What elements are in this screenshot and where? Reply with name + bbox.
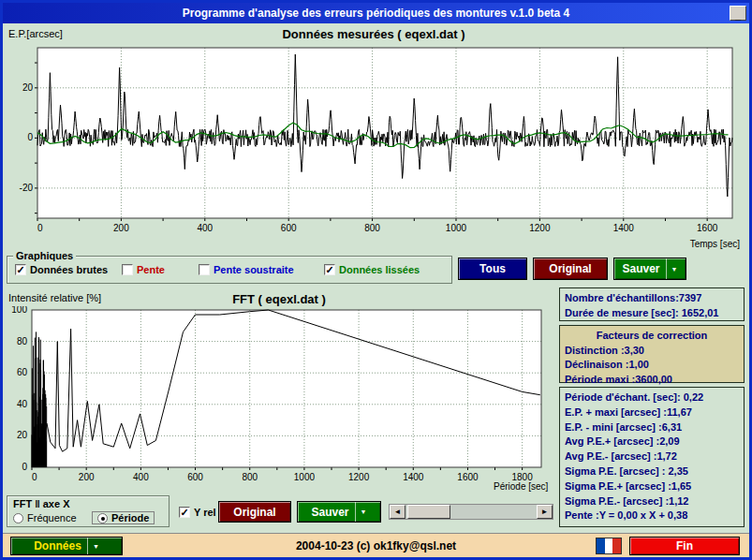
- svg-text:200: 200: [79, 472, 95, 482]
- app-window: Programme d'analyse des erreurs périodiq…: [0, 0, 752, 560]
- radio-dot: [13, 513, 23, 523]
- minimize-icon: _: [735, 11, 741, 20]
- svg-text:0: 0: [32, 472, 37, 482]
- svg-text:-20: -20: [20, 183, 34, 193]
- correction-factors-panel: Facteurs de correction Distinction :3,30…: [559, 325, 745, 383]
- svg-text:800: 800: [242, 472, 258, 482]
- svg-text:20: 20: [17, 430, 28, 440]
- french-flag[interactable]: [596, 538, 622, 554]
- svg-text:600: 600: [187, 472, 203, 482]
- stat-line: Pente :Y = 0,00 x X + 0,38: [565, 508, 739, 523]
- checkbox-donnees-brutes[interactable]: ✓ Données brutes: [15, 264, 108, 275]
- svg-text:40: 40: [17, 399, 28, 409]
- svg-text:1000: 1000: [294, 472, 316, 482]
- tous-button[interactable]: Tous: [458, 258, 527, 280]
- svg-text:1400: 1400: [613, 223, 635, 233]
- scroll-left-button[interactable]: ◄: [390, 505, 405, 519]
- original-button-label: Original: [233, 506, 275, 519]
- svg-text:1600: 1600: [457, 472, 479, 482]
- svg-text:0: 0: [22, 462, 27, 472]
- svg-text:1600: 1600: [697, 223, 718, 233]
- info-line: Durée de mesure [sec]: 1652,01: [565, 306, 739, 321]
- radio-label: Fréquence: [27, 512, 77, 523]
- title-bar[interactable]: Programme d'analyse des erreurs périodiq…: [3, 3, 749, 23]
- scrollbar-track[interactable]: [405, 505, 537, 519]
- checkbox-y-rel[interactable]: ✓ Y rel: [179, 507, 216, 518]
- correction-line: Déclinaison :1,00: [565, 358, 739, 373]
- original-button-fft[interactable]: Original: [218, 501, 291, 523]
- svg-text:1000: 1000: [446, 223, 467, 233]
- checkbox-donnees-lissees[interactable]: ✓ Données lissées: [324, 264, 420, 275]
- tous-button-label: Tous: [479, 262, 506, 275]
- fft-scrollbar[interactable]: ◄ ►: [389, 504, 553, 520]
- svg-text:1200: 1200: [529, 223, 551, 233]
- graphiques-groupbox: Graphiques ✓ Données brutes Pente Pente …: [7, 256, 452, 284]
- checkbox-pente-soustraite[interactable]: Pente soustraite: [199, 264, 294, 275]
- radio-dot: [97, 513, 108, 523]
- check-icon: ✓: [324, 264, 335, 275]
- info-line: Nombre d'échantillons:7397: [565, 291, 739, 306]
- radio-periode[interactable]: Période: [92, 511, 155, 524]
- svg-text:200: 200: [113, 223, 129, 233]
- radio-frequence[interactable]: Fréquence: [13, 512, 77, 523]
- correction-line: Période maxi :3600,00: [565, 373, 739, 388]
- svg-text:20: 20: [22, 82, 34, 93]
- fin-button-label: Fin: [676, 539, 693, 553]
- stat-line: Avg P.E.- [arcsec] :1,72: [565, 449, 739, 464]
- checkbox-pente[interactable]: Pente: [122, 264, 165, 275]
- scroll-right-button[interactable]: ►: [537, 505, 553, 519]
- flag-band-red: [612, 538, 621, 553]
- sauver-button-top[interactable]: Sauver ▼: [613, 258, 686, 280]
- measured-xlabel: Temps [sec]: [690, 239, 740, 249]
- flag-band-blue: [597, 538, 605, 553]
- check-icon: [199, 264, 210, 275]
- check-icon: ✓: [179, 507, 190, 518]
- stat-line: Période d'échant. [sec]: 0,22: [565, 391, 739, 405]
- measured-chart: 02004006008001000120014001600-20020: [6, 42, 744, 241]
- fft-chart-title: FFT ( eqexl.dat ): [3, 292, 555, 306]
- flag-band-white: [605, 538, 613, 553]
- bottom-bar: Données ▼ 2004-10-23 (c) ok1fky@qsl.net …: [3, 533, 749, 557]
- svg-text:60: 60: [17, 367, 28, 377]
- minimize-button[interactable]: _: [730, 6, 746, 21]
- sample-info-panel: Nombre d'échantillons:7397 Durée de mesu…: [559, 287, 745, 321]
- svg-text:80: 80: [17, 336, 28, 346]
- scroll-right-icon: ►: [541, 508, 549, 516]
- checkbox-label: Y rel: [194, 507, 216, 518]
- svg-text:400: 400: [197, 223, 213, 233]
- checkbox-label: Données lissées: [339, 264, 420, 275]
- scroll-left-icon: ◄: [394, 508, 402, 516]
- checkbox-label: Données brutes: [30, 264, 108, 275]
- graphiques-group-label: Graphiques: [13, 250, 76, 261]
- stat-line: Avg P.E.+ [arcsec] :2,09: [565, 435, 739, 449]
- fft-axis-group-label: FFT ‖ axe X: [13, 498, 70, 509]
- sauver-button-fft[interactable]: Sauver ▼: [297, 501, 381, 523]
- stat-line: Sigma P.E. [arcsec] : 2,35: [565, 464, 739, 479]
- svg-text:800: 800: [364, 223, 380, 233]
- dropdown-arrow-icon[interactable]: ▼: [666, 258, 678, 279]
- fft-axis-groupbox: FFT ‖ axe X Fréquence Période: [7, 495, 170, 527]
- original-button-top[interactable]: Original: [533, 258, 608, 280]
- statistics-panel: Période d'échant. [sec]: 0,22 E.P. + max…: [559, 387, 745, 527]
- check-icon: ✓: [15, 264, 26, 275]
- fin-button[interactable]: Fin: [629, 537, 740, 555]
- svg-text:600: 600: [281, 223, 297, 233]
- dropdown-arrow-icon[interactable]: ▼: [355, 502, 367, 522]
- scrollbar-thumb[interactable]: [407, 505, 450, 519]
- checkbox-label: Pente soustraite: [214, 264, 294, 275]
- stat-line: Sigma P.E.- [arcsec] :1,12: [565, 494, 739, 509]
- svg-text:100: 100: [11, 306, 27, 315]
- panel-title: Facteurs de correction: [565, 329, 739, 344]
- correction-line: Distinction :3,30: [565, 344, 739, 359]
- checkbox-label: Pente: [137, 264, 165, 275]
- stat-line: Sigma P.E.+ [arcsec] :1,65: [565, 479, 739, 494]
- fft-chart: 0200400600800100012001400160018000204060…: [6, 306, 554, 492]
- svg-text:1400: 1400: [403, 472, 424, 482]
- stat-line: E.P. + maxi [arcsec] :11,67: [565, 405, 739, 420]
- stat-line: E.P. - mini [arcsec] :6,31: [565, 420, 739, 435]
- original-button-label: Original: [549, 262, 591, 275]
- check-icon: [122, 264, 133, 275]
- window-title: Programme d'analyse des erreurs périodiq…: [183, 7, 569, 20]
- radio-label: Période: [111, 512, 149, 523]
- sauver-button-label: Sauver: [623, 262, 660, 275]
